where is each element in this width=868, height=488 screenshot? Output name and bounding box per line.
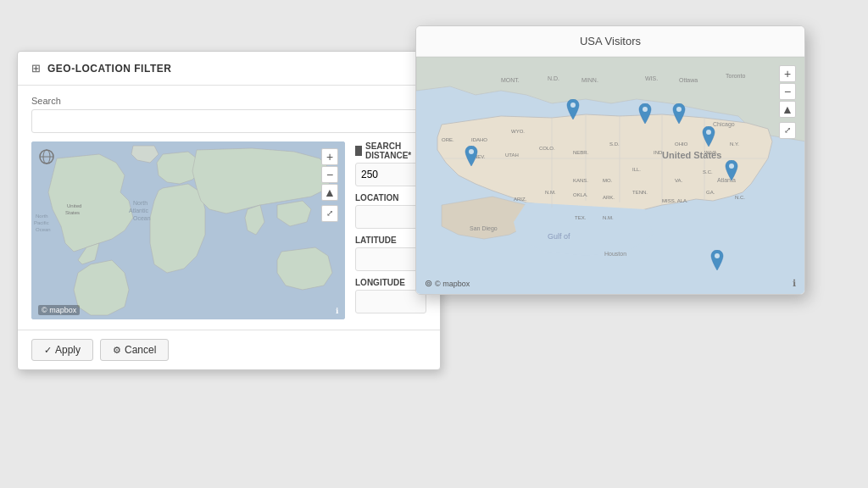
svg-point-60 <box>570 103 576 108</box>
svg-text:ILL.: ILL. <box>632 167 641 172</box>
svg-text:N.M.: N.M. <box>603 215 614 220</box>
svg-text:WIS.: WIS. <box>645 75 658 81</box>
svg-text:MISS. ALA.: MISS. ALA. <box>662 198 688 203</box>
world-map-container: North Atlantic Ocean North Pacific Ocean… <box>31 141 345 319</box>
svg-text:Ocean: Ocean <box>133 215 151 221</box>
svg-text:N.Y.: N.Y. <box>730 141 739 147</box>
svg-text:ORE.: ORE. <box>442 137 454 142</box>
usa-map-controls: + − ▲ ⤢ <box>779 65 796 139</box>
usa-zoom-out-button[interactable]: − <box>779 83 796 100</box>
svg-text:Gulf of: Gulf of <box>548 232 570 241</box>
svg-point-64 <box>729 164 734 169</box>
map-and-fields: North Atlantic Ocean North Pacific Ocean… <box>31 141 426 319</box>
svg-text:TENN.: TENN. <box>632 190 648 195</box>
usa-visitors-panel: USA Visitors Gulf of Uni <box>415 25 805 295</box>
svg-text:ARK.: ARK. <box>603 195 615 200</box>
svg-text:S.C.: S.C. <box>703 169 713 175</box>
map-pin-great-lakes <box>637 103 653 124</box>
svg-text:North: North <box>133 200 147 206</box>
svg-text:N.C.: N.C. <box>735 195 745 200</box>
apply-icon: ✓ <box>44 345 52 356</box>
info-icon[interactable]: ℹ <box>336 307 338 315</box>
geo-panel-body: Search <box>18 86 440 330</box>
map-pin-northern <box>565 99 581 119</box>
svg-text:GA.: GA. <box>706 190 715 195</box>
compass-button[interactable]: ▲ <box>321 184 338 201</box>
svg-text:UTAH: UTAH <box>505 152 519 158</box>
usa-zoom-in-button[interactable]: + <box>779 65 796 82</box>
svg-point-59 <box>469 149 474 154</box>
svg-text:NEBR.: NEBR. <box>573 150 589 155</box>
usa-info-icon[interactable]: ℹ <box>793 278 796 289</box>
usa-panel-header: USA Visitors <box>416 26 804 57</box>
svg-text:WYO.: WYO. <box>511 129 525 134</box>
svg-text:United: United <box>67 203 81 208</box>
svg-text:KANS.: KANS. <box>573 178 588 183</box>
svg-point-62 <box>676 107 682 112</box>
map-pin-southeast <box>724 160 739 180</box>
zoom-in-button[interactable]: + <box>321 148 338 165</box>
svg-text:W.VA.: W.VA. <box>704 150 719 155</box>
search-input[interactable] <box>31 109 426 133</box>
svg-text:Atlantic: Atlantic <box>129 208 148 214</box>
geo-panel-footer: ✓ Apply ⚙ Cancel <box>18 330 440 369</box>
svg-text:Toronto: Toronto <box>726 73 745 79</box>
svg-text:ARIZ.: ARIZ. <box>514 197 527 202</box>
mapbox-logo: © mapbox <box>38 305 80 315</box>
svg-point-65 <box>715 253 720 258</box>
distance-icon <box>355 146 362 156</box>
svg-text:Pacific: Pacific <box>34 220 49 225</box>
svg-text:N.M.: N.M. <box>545 190 556 195</box>
svg-text:MONT.: MONT. <box>501 77 520 83</box>
svg-text:States: States <box>65 210 80 215</box>
svg-text:Houston: Houston <box>604 251 626 257</box>
svg-text:VA.: VA. <box>675 178 683 183</box>
globe-icon <box>38 148 55 165</box>
usa-mapbox-logo: ⊚ © mapbox <box>425 278 470 289</box>
mapbox-icon: ⊚ <box>425 278 432 289</box>
usa-panel-title: USA Visitors <box>580 35 641 47</box>
apply-button[interactable]: ✓ Apply <box>31 339 93 361</box>
map-pin-gulf-coast <box>709 250 725 270</box>
svg-text:S.D.: S.D. <box>609 141 620 147</box>
usa-compass-button[interactable]: ▲ <box>779 101 796 118</box>
usa-expand-button[interactable]: ⤢ <box>779 122 796 139</box>
svg-text:TEX.: TEX. <box>575 215 587 220</box>
svg-text:N.D.: N.D. <box>548 75 559 81</box>
cancel-icon: ⚙ <box>113 345 121 356</box>
svg-text:OHIO: OHIO <box>675 141 688 147</box>
map-pin-chicago <box>671 103 687 124</box>
svg-text:San Diego: San Diego <box>470 225 498 232</box>
expand-button[interactable]: ⤢ <box>321 205 338 222</box>
svg-text:North: North <box>36 214 48 219</box>
svg-text:OKLA.: OKLA. <box>573 192 588 197</box>
map-controls: + − ▲ ⤢ <box>321 148 338 222</box>
svg-text:Ocean: Ocean <box>36 227 51 232</box>
map-pin-west-coast <box>464 146 479 166</box>
svg-text:IND.: IND. <box>654 150 664 155</box>
svg-text:MINN.: MINN. <box>581 77 598 83</box>
cancel-button[interactable]: ⚙ Cancel <box>100 339 169 361</box>
map-pin-ohio <box>701 126 716 147</box>
svg-text:IDAHO: IDAHO <box>471 137 487 142</box>
svg-point-63 <box>706 130 711 135</box>
geo-panel-title: GEO-LOCATION FILTER <box>47 63 171 75</box>
geo-icon: ⊞ <box>31 62 41 75</box>
usa-map-container: Gulf of United States Chicago Atlanta Ho… <box>416 57 804 294</box>
zoom-out-button[interactable]: − <box>321 166 338 183</box>
geo-panel-header: ⊞ GEO-LOCATION FILTER <box>18 52 440 86</box>
search-label: Search <box>31 96 426 106</box>
geo-location-filter-panel: ⊞ GEO-LOCATION FILTER Search <box>17 51 441 370</box>
svg-text:COLO.: COLO. <box>539 146 555 151</box>
svg-point-61 <box>643 107 648 112</box>
svg-text:MO.: MO. <box>603 178 613 183</box>
svg-text:Ottawa: Ottawa <box>679 77 698 83</box>
